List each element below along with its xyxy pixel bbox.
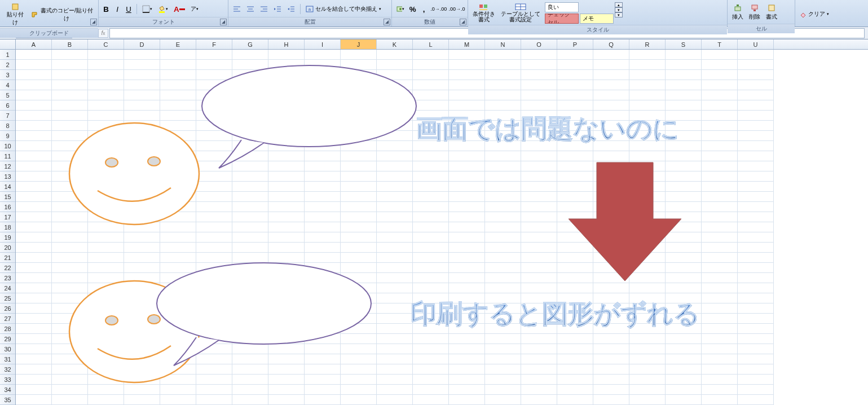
delete-cells-button[interactable]: 削除: [747, 1, 763, 24]
col-header-N[interactable]: N: [485, 39, 521, 49]
col-header-Q[interactable]: Q: [593, 39, 629, 49]
row-header-2[interactable]: 2: [0, 60, 15, 70]
font-dialog-launcher[interactable]: ◢: [220, 19, 227, 25]
row-header-33[interactable]: 33: [0, 375, 15, 385]
col-header-B[interactable]: B: [52, 39, 88, 49]
select-all-corner[interactable]: [0, 39, 16, 49]
row-header-27[interactable]: 27: [0, 314, 15, 324]
clipboard-group-label: クリップボード: [0, 28, 98, 38]
row-header-1[interactable]: 1: [0, 50, 15, 60]
fill-color-button[interactable]: ▾: [156, 3, 170, 15]
font-color-button[interactable]: A: [171, 3, 187, 15]
indent-decrease-button[interactable]: [271, 3, 284, 15]
row-header-12[interactable]: 12: [0, 161, 15, 171]
row-header-16[interactable]: 16: [0, 202, 15, 212]
col-header-K[interactable]: K: [377, 39, 413, 49]
col-header-J[interactable]: J: [341, 39, 377, 49]
col-header-G[interactable]: G: [232, 39, 268, 49]
row-header-19[interactable]: 19: [0, 232, 15, 243]
col-header-S[interactable]: S: [666, 39, 702, 49]
separator: [300, 4, 301, 14]
style-scroll-down[interactable]: ▾: [615, 7, 623, 12]
row-header-7[interactable]: 7: [0, 111, 15, 121]
col-header-E[interactable]: E: [160, 39, 196, 49]
merge-center-button[interactable]: a セルを結合して中央揃え ▾: [303, 3, 384, 15]
row-header-15[interactable]: 15: [0, 192, 15, 202]
format-as-table-button[interactable]: テーブルとして 書式設定: [499, 2, 543, 24]
row-header-11[interactable]: 11: [0, 151, 15, 161]
paste-label: 貼り付け: [5, 11, 25, 27]
border-button[interactable]: ▾: [140, 3, 155, 15]
row-header-24[interactable]: 24: [0, 283, 15, 293]
decrease-decimal-button[interactable]: .00→.0: [448, 3, 465, 15]
row-header-31[interactable]: 31: [0, 354, 15, 364]
row-header-4[interactable]: 4: [0, 80, 15, 90]
style-check-cell[interactable]: チェック セル: [545, 14, 579, 24]
row-header-21[interactable]: 21: [0, 253, 15, 263]
style-memo[interactable]: メモ: [580, 14, 614, 24]
col-header-O[interactable]: O: [521, 39, 557, 49]
align-right-button[interactable]: [258, 3, 270, 15]
col-header-P[interactable]: P: [557, 39, 593, 49]
row-header-18[interactable]: 18: [0, 222, 15, 232]
number-dialog-launcher[interactable]: ◢: [460, 19, 466, 25]
cells-area[interactable]: 画面では問題ないのに 印刷すると図形がずれる: [16, 50, 868, 405]
row-header-5[interactable]: 5: [0, 90, 15, 100]
row-header-29[interactable]: 29: [0, 334, 15, 344]
eraser-icon: [800, 11, 807, 17]
percent-button[interactable]: %: [408, 3, 418, 15]
row-header-26[interactable]: 26: [0, 303, 15, 314]
col-header-L[interactable]: L: [413, 39, 449, 49]
col-header-R[interactable]: R: [629, 39, 666, 49]
style-good[interactable]: 良い: [545, 2, 579, 12]
col-header-D[interactable]: D: [124, 39, 160, 49]
row-header-6[interactable]: 6: [0, 100, 15, 111]
clipboard-dialog-launcher[interactable]: ◢: [90, 19, 97, 25]
bold-button[interactable]: B: [101, 3, 111, 15]
row-header-22[interactable]: 22: [0, 263, 15, 273]
alignment-dialog-launcher[interactable]: ◢: [384, 19, 390, 25]
conditional-format-button[interactable]: 条件付き 書式: [470, 2, 497, 24]
ribbon-group-editing: クリア ▾: [795, 0, 868, 27]
col-header-F[interactable]: F: [196, 39, 232, 49]
insert-function-button[interactable]: fx: [98, 29, 108, 38]
format-painter-button[interactable]: 書式のコピー/貼り付け: [29, 9, 96, 20]
row-header-23[interactable]: 23: [0, 273, 15, 283]
align-left-button[interactable]: [231, 3, 243, 15]
italic-button[interactable]: I: [112, 3, 122, 15]
clear-button[interactable]: クリア ▾: [797, 8, 831, 20]
style-scroll-more[interactable]: ▾: [615, 12, 623, 17]
row-header-3[interactable]: 3: [0, 70, 15, 80]
insert-cells-button[interactable]: 挿入: [730, 1, 746, 24]
col-header-I[interactable]: I: [305, 39, 341, 49]
row-header-20[interactable]: 20: [0, 243, 15, 253]
paste-button[interactable]: 貼り付け: [2, 1, 28, 28]
align-center-button[interactable]: [244, 3, 257, 15]
comma-button[interactable]: ,: [419, 3, 429, 15]
row-header-8[interactable]: 8: [0, 121, 15, 131]
row-header-34[interactable]: 34: [0, 385, 15, 395]
row-header-17[interactable]: 17: [0, 212, 15, 222]
col-header-T[interactable]: T: [702, 39, 738, 49]
increase-decimal-button[interactable]: .0→.00: [430, 3, 447, 15]
col-header-M[interactable]: M: [449, 39, 485, 49]
indent-increase-button[interactable]: [285, 3, 297, 15]
row-header-25[interactable]: 25: [0, 293, 15, 303]
col-header-A[interactable]: A: [16, 39, 52, 49]
col-header-H[interactable]: H: [268, 39, 305, 49]
row-header-9[interactable]: 9: [0, 131, 15, 141]
row-header-32[interactable]: 32: [0, 364, 15, 375]
underline-button[interactable]: U: [124, 3, 134, 15]
style-scroll-up[interactable]: ▴: [615, 2, 623, 7]
col-header-C[interactable]: C: [88, 39, 124, 49]
format-cells-button[interactable]: 書式: [764, 1, 779, 24]
row-header-30[interactable]: 30: [0, 344, 15, 354]
row-header-28[interactable]: 28: [0, 324, 15, 334]
col-header-U[interactable]: U: [738, 39, 774, 49]
row-header-13[interactable]: 13: [0, 171, 15, 182]
row-header-35[interactable]: 35: [0, 395, 15, 405]
row-header-10[interactable]: 10: [0, 141, 15, 151]
row-header-14[interactable]: 14: [0, 182, 15, 192]
currency-button[interactable]: ▾: [394, 3, 407, 15]
phonetic-button[interactable]: ア▾: [188, 3, 201, 15]
